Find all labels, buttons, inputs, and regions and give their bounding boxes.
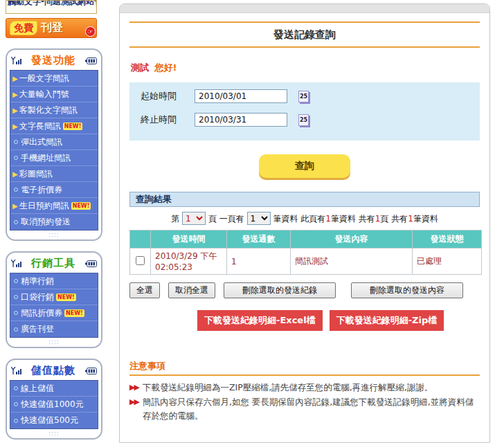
greeting-username: 測試 (131, 62, 149, 73)
column-header-send-status: 發送狀態 (413, 230, 482, 248)
delete-selected-content-button[interactable]: 刪除選取的發送內容 (351, 282, 463, 298)
circle-bullet-icon (14, 140, 18, 144)
greeting-text: 您好! (155, 62, 177, 73)
circle-bullet-icon (14, 188, 18, 192)
panel-marketing-tools-header: 行銷工具 (10, 255, 98, 273)
sidebar-item-label: 口袋行銷 (21, 291, 54, 303)
sidebar-item-label: 文字長簡訊 (19, 120, 61, 132)
panel-title: 行銷工具 (31, 257, 75, 270)
panel-grip: :::: (10, 429, 98, 437)
sidebar-item-customized-text-sms[interactable]: ▶客製化文字簡訊 (10, 102, 98, 118)
calendar-icon[interactable]: 25 (298, 91, 309, 102)
sidebar-item-precision-marketing[interactable]: 精準行銷 (10, 273, 98, 289)
sidebar-item-long-text-sms[interactable]: ▶文字長簡訊NEW! (10, 118, 98, 134)
select-all-button[interactable]: 全選 (129, 282, 160, 298)
divider-line (129, 46, 480, 48)
cell-send-time: 2010/3/29 下午 02:05:23 (151, 248, 227, 275)
panel-marketing-tools-list: 精準行銷 口袋行銷NEW! 簡訊折價券NEW! 廣告刊登 (10, 273, 98, 338)
partial-ad-banner[interactable]: 觸動文字-問題測試網站刊登 (6, 0, 97, 14)
download-button-row: 下載發送紀錄明細-Excel檔 下載發送紀錄明細-Zip檔 (197, 310, 489, 331)
sidebar-item-picture-sms[interactable]: ▶彩圖簡訊 (10, 166, 98, 182)
arrow-bullet-icon: ▶ (12, 91, 18, 98)
sidebar-item-sms-coupon[interactable]: 簡訊折價券NEW! (10, 305, 98, 321)
notes-section: 注意事項 ▶▶ 下載發送紀錄明細為一ZIP壓縮檔,請先儲存至您的電腦,再進行解壓… (129, 360, 480, 422)
sidebar-item-general-text-sms[interactable]: ▶一般文字簡訊 (10, 71, 98, 87)
deselect-all-button[interactable]: 取消全選 (168, 282, 215, 298)
column-header-send-count: 發送通數 (227, 230, 291, 248)
cell-send-count: 1 (227, 248, 291, 275)
sidebar-item-label: 電子折價券 (21, 184, 62, 196)
table-header-row: 發送時間 發送通數 發送內容 發送狀態 (130, 230, 482, 248)
circle-bullet-icon (14, 402, 18, 406)
circle-bullet-icon (14, 327, 18, 332)
start-time-label: 起始時間 (141, 90, 195, 102)
main-top-band (120, 4, 489, 13)
start-date-input[interactable] (195, 89, 287, 103)
circle-bullet-icon (14, 156, 18, 160)
arrow-bullet-icon: ▶ (12, 107, 18, 114)
date-range-form: 起始時間 25 終止時間 25 (129, 82, 480, 141)
note-text: 簡訊內容只保存六個月,如您 要長期保留內容記錄,建議您下載發送記錄明細,並將資料… (143, 395, 480, 422)
sidebar-item-e-coupon[interactable]: 電子折價券 (10, 182, 98, 198)
publish-label: 刊登 (41, 21, 63, 35)
panel-grip: :::: (10, 230, 98, 239)
sidebar-item-label: 客製化文字簡訊 (19, 105, 78, 116)
page-number-select[interactable]: 1 (182, 212, 206, 225)
sidebar-item-quick-topup-500[interactable]: 快速儲值500元 (10, 413, 98, 428)
column-header-send-time: 發送時間 (151, 230, 227, 248)
sidebar-item-label: 彩圖簡訊 (19, 168, 53, 180)
panel-title: 發送功能 (31, 54, 75, 67)
cell-send-content: 簡訊測試 (291, 248, 413, 275)
sidebar-item-popup-sms[interactable]: 彈出式簡訊 (10, 134, 98, 150)
end-date-input[interactable] (195, 113, 287, 127)
sidebar-item-pocket-marketing[interactable]: 口袋行銷NEW! (10, 289, 98, 305)
calendar-icon[interactable]: 25 (298, 114, 309, 126)
circle-bullet-icon (14, 279, 18, 283)
panel-stored-value-header: 儲值點數 (10, 363, 98, 380)
download-zip-button[interactable]: 下載發送紀錄明細-Zip檔 (330, 310, 444, 331)
battery-icon (85, 368, 97, 374)
sidebar-item-label: 精準行銷 (21, 275, 54, 287)
sidebar-item-mobile-url-sms[interactable]: 手機網址簡訊 (10, 150, 98, 166)
arrow-bullet-icon: ▶ (12, 123, 18, 130)
note-text: 下載發送紀錄明細為一ZIP壓縮檔,請先儲存至您的電腦,再進行解壓縮,謝謝。 (143, 381, 433, 394)
end-time-label: 終止時間 (141, 114, 195, 126)
arrow-bullet-icon: ▶ (12, 75, 18, 82)
sidebar-item-bulk-number-input[interactable]: ▶大量輸入門號 (10, 87, 98, 102)
sidebar-item-label: 快速儲值1000元 (21, 399, 84, 410)
sidebar-item-label: 快速儲值500元 (21, 415, 78, 426)
new-badge: NEW! (56, 293, 76, 301)
sidebar: 觸動文字-問題測試網站刊登 免費 刊登 ☞ 發送功能 ▶一般文字簡訊 ▶大量輸入… (6, 0, 109, 443)
main-panel: 發送記錄查詢 測試 您好! 起始時間 25 終止時間 25 查詢 查詢結果 第 … (119, 3, 490, 443)
pagination-count: 1 (325, 214, 331, 224)
sidebar-item-ad-listing[interactable]: 廣告刊登 (10, 321, 98, 337)
checkbox-column-header (130, 230, 151, 248)
pagination-text: 第 (171, 214, 179, 224)
sidebar-item-label: 一般文字簡訊 (19, 73, 69, 84)
sidebar-item-birthday-scheduled-sms[interactable]: ▶生日預約簡訊NEW! (10, 198, 98, 214)
circle-bullet-icon (14, 295, 18, 299)
delete-selected-records-button[interactable]: 刪除選取的發送紀錄 (224, 282, 336, 298)
rows-per-page-select[interactable]: 1 (247, 212, 271, 225)
pagination-text: 筆資料 此頁有 (273, 214, 325, 224)
circle-bullet-icon (14, 311, 18, 315)
sidebar-item-online-topup[interactable]: 線上儲值 (10, 381, 98, 397)
partial-ad-text: 觸動文字-問題測試網站刊登 (8, 0, 97, 8)
sidebar-item-quick-topup-1000[interactable]: 快速儲值1000元 (10, 397, 98, 413)
sidebar-item-cancel-scheduled-send[interactable]: 取消預約發送 (10, 214, 98, 230)
circle-bullet-icon (14, 386, 18, 390)
panel-grip: :::: (10, 338, 98, 346)
signal-icon (11, 367, 21, 375)
note-arrows-icon: ▶▶ (129, 395, 138, 422)
page: 觸動文字-問題測試網站刊登 免費 刊登 ☞ 發送功能 ▶一般文字簡訊 ▶大量輸入… (0, 0, 504, 443)
new-badge: NEW! (63, 123, 83, 130)
signal-icon (11, 260, 21, 268)
sidebar-item-label: 大量輸入門號 (19, 89, 69, 100)
row-checkbox[interactable] (136, 256, 145, 265)
panel-title: 儲值點數 (31, 364, 75, 377)
query-button[interactable]: 查詢 (259, 154, 350, 178)
free-burst-label: 免費 (10, 21, 37, 35)
free-publish-banner[interactable]: 免費 刊登 ☞ (6, 18, 97, 38)
download-excel-button[interactable]: 下載發送紀錄明細-Excel檔 (197, 310, 323, 331)
pagination-text: 筆資料 (413, 214, 438, 224)
